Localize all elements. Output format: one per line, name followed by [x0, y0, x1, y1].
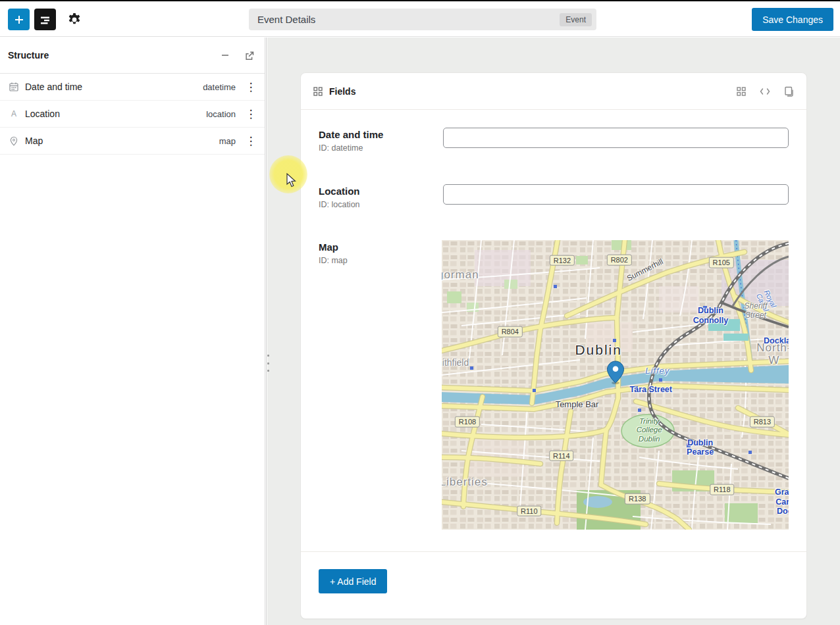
- row-options-kebab-icon[interactable]: ⋮: [245, 82, 257, 93]
- map-marker-pin[interactable]: [607, 361, 625, 384]
- panel-resize-handle[interactable]: [267, 355, 271, 372]
- field-id-text: ID: map: [319, 256, 442, 265]
- list-view-button[interactable]: [34, 9, 56, 30]
- fields-block-header: Fields: [301, 73, 806, 110]
- field-id-text: ID: location: [319, 200, 443, 209]
- map-tiles: [442, 240, 789, 530]
- add-field-button[interactable]: + Add Field: [319, 569, 387, 593]
- collapse-panel-button[interactable]: [217, 47, 233, 63]
- settings-button[interactable]: [63, 9, 85, 30]
- code-view-button[interactable]: [759, 87, 771, 96]
- structure-row-label: Date and time: [25, 82, 203, 92]
- location-input[interactable]: [443, 184, 789, 205]
- structure-row-field-id: map: [219, 136, 236, 146]
- calendar-icon: [8, 81, 20, 93]
- field-row-map: Map ID: map: [301, 240, 806, 530]
- map-pin-icon: [8, 135, 20, 147]
- mouse-cursor: [286, 173, 297, 189]
- field-label: Location: [319, 185, 443, 198]
- text-field-icon: A: [8, 108, 20, 120]
- external-link-icon: [244, 50, 255, 61]
- row-options-kebab-icon[interactable]: ⋮: [245, 109, 257, 120]
- editor-toolbar: Event Details Event Save Changes: [0, 1, 840, 37]
- open-external-button[interactable]: [241, 47, 257, 63]
- field-label: Date and time: [319, 128, 443, 141]
- card-footer: + Add Field: [301, 552, 806, 611]
- fields-grid-icon: [313, 86, 323, 97]
- structure-row-location[interactable]: A Location location ⋮: [0, 101, 265, 128]
- document-title: Event Details: [249, 14, 560, 25]
- structure-panel-title: Structure: [8, 50, 209, 61]
- structure-panel: Structure Date and time datetime ⋮: [0, 38, 265, 625]
- grid-view-button[interactable]: [736, 86, 747, 97]
- datetime-input[interactable]: [443, 128, 789, 148]
- fields-block-title: Fields: [329, 86, 736, 97]
- fields-block: Fields Date and: [300, 72, 807, 619]
- gear-icon: [66, 12, 82, 28]
- duplicate-button[interactable]: [783, 86, 795, 97]
- field-label: Map: [319, 241, 442, 254]
- structure-row-field-id: location: [206, 109, 236, 119]
- list-view-icon: [38, 12, 53, 27]
- map-widget[interactable]: gormanR132R802R105SummerhillRoyal CanalS…: [442, 240, 789, 530]
- save-changes-button[interactable]: Save Changes: [752, 8, 833, 31]
- minus-icon: [220, 50, 230, 61]
- structure-row-datetime[interactable]: Date and time datetime ⋮: [0, 74, 265, 101]
- structure-row-label: Location: [25, 109, 206, 119]
- field-row-datetime: Date and time ID: datetime: [301, 128, 806, 153]
- post-type-badge: Event: [560, 13, 592, 26]
- structure-row-field-id: datetime: [203, 82, 236, 92]
- document-title-input[interactable]: Event Details Event: [249, 9, 596, 30]
- editor-canvas: Fields Date and: [267, 38, 840, 625]
- panel-divider: [266, 38, 267, 625]
- field-row-location: Location ID: location: [301, 184, 806, 209]
- row-options-kebab-icon[interactable]: ⋮: [245, 136, 257, 147]
- window-top-edge: [0, 0, 840, 1]
- plus-icon: [14, 14, 24, 25]
- field-id-text: ID: datetime: [319, 143, 443, 153]
- add-block-button[interactable]: [8, 9, 30, 30]
- structure-row-map[interactable]: Map map ⋮: [0, 128, 265, 155]
- structure-row-label: Map: [25, 136, 219, 146]
- structure-panel-header: Structure: [0, 38, 265, 74]
